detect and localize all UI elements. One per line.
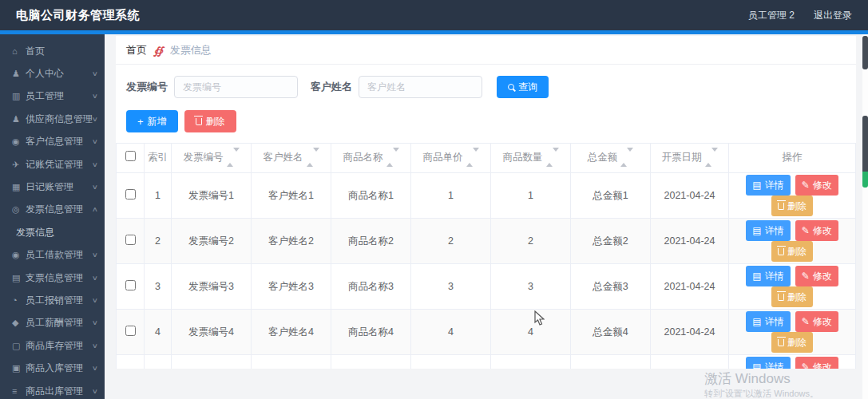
scrollbar-thumb[interactable]	[862, 36, 868, 69]
row-edit-button[interactable]: ✎修改	[795, 311, 838, 332]
column-header-6[interactable]: 总金额	[571, 144, 651, 173]
sidebar-item-9[interactable]: ▤支票信息管理∨	[0, 267, 105, 289]
column-header-2[interactable]: 客户姓名	[252, 144, 331, 173]
sidebar-item-8[interactable]: ◉员工借款管理∨	[0, 244, 105, 267]
breadcrumb-home[interactable]: 首页	[126, 43, 147, 57]
chevron-down-icon: ∨	[92, 70, 98, 77]
sidebar-item-2[interactable]: ▥员工管理∨	[0, 85, 105, 108]
column-header-7[interactable]: 开票日期	[651, 144, 729, 173]
search-form: 发票编号 客户姓名 查询	[126, 76, 846, 98]
sort-caret-icon[interactable]	[386, 152, 399, 164]
row-delete-button[interactable]: 删除	[771, 241, 813, 262]
list-icon: ≡	[12, 386, 26, 396]
row-detail-button[interactable]: ▤详情	[746, 266, 790, 286]
sidebar-item-5[interactable]: ✈记账凭证管理∨	[0, 153, 105, 176]
delete-button[interactable]: 删除	[184, 110, 236, 132]
sidebar-subitem-7-0[interactable]: 发票信息	[0, 221, 105, 243]
action-label: 修改	[813, 315, 832, 329]
query-button[interactable]: 查询	[497, 76, 549, 98]
row-edit-button[interactable]: ✎修改	[795, 220, 838, 241]
user-icon: ♟	[12, 69, 26, 79]
chevron-down-icon: ∨	[92, 365, 98, 372]
sidebar-item-4[interactable]: ◉客户信息管理∨	[0, 131, 105, 153]
add-button[interactable]: + 新增	[126, 110, 178, 132]
sidebar-item-14[interactable]: ≡商品出库管理∨	[0, 380, 105, 399]
nav-employee-management-link[interactable]: 员工管理 2	[748, 9, 795, 22]
row-edit-button[interactable]: ✎修改	[795, 175, 838, 196]
sort-caret-icon[interactable]	[620, 152, 633, 164]
plus-icon: +	[137, 116, 144, 128]
column-header-1[interactable]: 发票编号	[172, 144, 252, 173]
row-delete-button[interactable]: 删除	[771, 332, 813, 353]
sidebar-item-label: 日记账管理	[26, 180, 93, 194]
nav-logout-link[interactable]: 退出登录	[814, 9, 852, 22]
location-pin-icon: ◉	[12, 136, 26, 147]
cell-date: 2021-04-24	[651, 310, 729, 355]
breadcrumb: 首页 ∯ 发票信息	[116, 36, 856, 65]
box-icon: ▢	[12, 341, 26, 351]
trash-icon	[778, 294, 784, 301]
column-header-3[interactable]: 商品名称	[331, 144, 411, 173]
edit-icon: ✎	[802, 361, 810, 369]
table-row: 1发票编号1客户姓名1商品名称111总金额12021-04-24▤详情✎修改删除	[117, 173, 856, 219]
sidebar-item-3[interactable]: ♟供应商信息管理∨	[0, 108, 105, 130]
sidebar-item-label: 个人中心	[26, 67, 93, 81]
row-edit-button[interactable]: ✎修改	[795, 357, 838, 369]
table-row: 2发票编号2客户姓名2商品名称222总金额22021-04-24▤详情✎修改删除	[117, 219, 856, 264]
cell-invoice_no: 发票编号2	[172, 219, 252, 264]
cell-quantity: 1	[491, 173, 571, 219]
cell-invoice_no: 发票编号3	[172, 264, 252, 310]
sidebar-item-label: 供应商信息管理	[26, 113, 93, 126]
table-row: 4发票编号4客户姓名4商品名称444总金额42021-04-24▤详情✎修改删除	[117, 310, 856, 355]
row-delete-button[interactable]: 删除	[771, 196, 813, 216]
sidebar-item-10[interactable]: ◔员工报销管理∨	[0, 289, 105, 311]
sidebar-subitem-label: 发票信息	[16, 226, 54, 239]
chevron-down-icon: ∨	[92, 184, 98, 191]
row-checkbox[interactable]	[125, 326, 136, 336]
sort-caret-icon[interactable]	[227, 152, 240, 164]
sidebar-item-13[interactable]: ▣商品入库管理∨	[0, 357, 105, 379]
sidebar-item-0[interactable]: ⌂首页	[0, 40, 105, 62]
sort-caret-icon[interactable]	[307, 152, 319, 164]
invoice-no-input[interactable]	[174, 76, 298, 98]
trash-icon	[778, 203, 784, 210]
sidebar-item-1[interactable]: ♟个人中心∨	[0, 62, 105, 85]
chevron-down-icon: ∨	[92, 161, 98, 168]
column-header-5[interactable]: 商品数量	[491, 144, 571, 173]
sidebar-item-label: 商品入库管理	[26, 361, 93, 375]
row-actions-cell: ▤详情✎修改删除	[729, 310, 856, 355]
sidebar-item-7[interactable]: ◎发票信息管理∧	[0, 199, 105, 221]
row-detail-button[interactable]: ▤详情	[746, 357, 790, 369]
cell-unit_price: 2	[411, 219, 491, 264]
sidebar-item-6[interactable]: ▦日记账管理∨	[0, 176, 105, 198]
pie-icon: ◔	[12, 295, 26, 305]
detail-icon: ▤	[752, 180, 761, 191]
row-checkbox[interactable]	[125, 235, 136, 245]
chevron-down-icon: ∨	[92, 251, 98, 259]
sort-caret-icon[interactable]	[546, 152, 559, 164]
row-checkbox[interactable]	[125, 189, 136, 200]
row-actions-cell: ▤详情✎修改删除	[729, 173, 856, 219]
sort-caret-icon[interactable]	[705, 152, 718, 164]
sidebar-item-12[interactable]: ▢商品库存管理∨	[0, 334, 105, 357]
row-checkbox[interactable]	[125, 280, 136, 290]
send-icon: ✈	[12, 160, 26, 170]
column-header-4[interactable]: 商品单价	[411, 144, 491, 173]
sidebar-item-11[interactable]: ◆员工薪酬管理∨	[0, 312, 105, 334]
select-all-checkbox[interactable]	[125, 151, 136, 161]
row-detail-button[interactable]: ▤详情	[746, 311, 790, 332]
row-delete-button[interactable]: 删除	[771, 286, 813, 307]
action-label: 修改	[813, 179, 832, 192]
scrollbar-thumb[interactable]	[862, 116, 868, 172]
chevron-down-icon: ∨	[92, 138, 98, 145]
row-detail-button[interactable]: ▤详情	[746, 220, 790, 241]
column-header-label: 操作	[783, 152, 803, 163]
sidebar-item-label: 员工报销管理	[26, 294, 93, 307]
row-edit-button[interactable]: ✎修改	[795, 266, 838, 286]
action-label: 删除	[787, 290, 807, 304]
customer-name-input[interactable]	[359, 76, 482, 98]
sort-caret-icon[interactable]	[466, 152, 479, 164]
main-content: 首页 ∯ 发票信息 发票编号 客户姓名 查询 + 新增 删除	[105, 34, 868, 399]
search-icon	[508, 84, 514, 90]
row-detail-button[interactable]: ▤详情	[746, 175, 790, 196]
